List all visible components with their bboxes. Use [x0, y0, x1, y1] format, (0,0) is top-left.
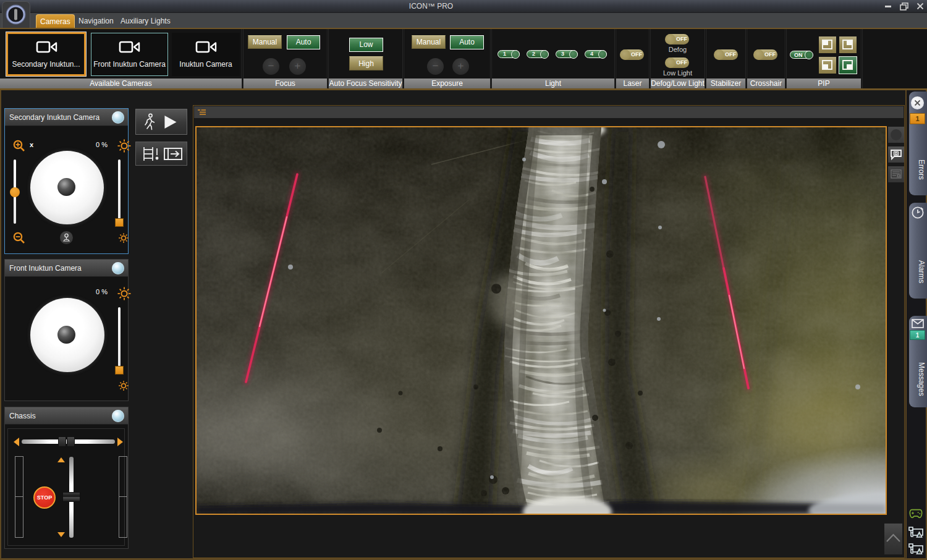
svg-text:!: !: [919, 549, 920, 554]
svg-text:!: !: [919, 533, 920, 537]
